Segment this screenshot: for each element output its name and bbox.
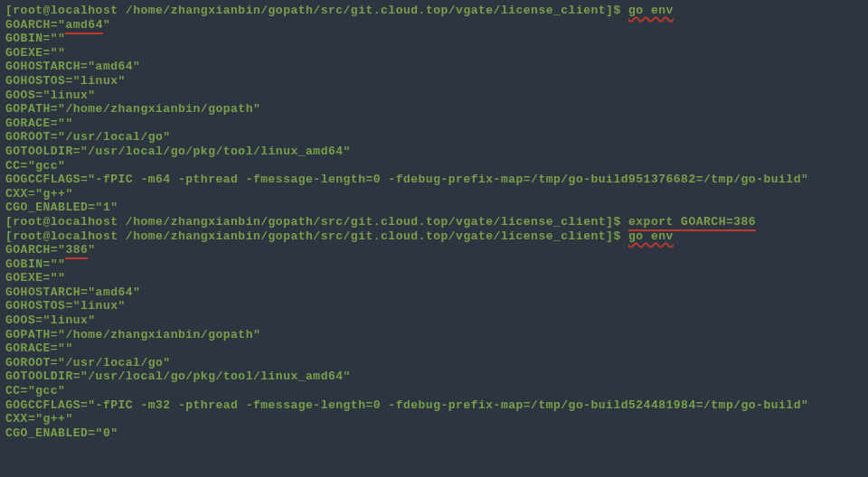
env-goroot-1: GOROOT="/usr/local/go" <box>5 130 863 145</box>
env-gohostarch-2: GOHOSTARCH="amd64" <box>5 285 863 300</box>
env-gogccflags-1: GOGCCFLAGS="-fPIC -m64 -pthread -fmessag… <box>5 173 863 187</box>
prompt-path: /home/zhangxianbin/gopath/src/git.cloud.… <box>126 4 606 17</box>
env-cc-1: CC="gcc" <box>5 159 863 173</box>
env-gorace-1: GORACE="" <box>5 117 863 131</box>
prompt-line-2[interactable]: [root@localhost /home/zhangxianbin/gopat… <box>5 215 863 229</box>
prompt-end: ]$ <box>606 215 628 229</box>
goarch-value-amd64: amd64 <box>65 18 103 34</box>
env-cxx-1: CXX="g++" <box>5 187 863 201</box>
env-gopath-1: GOPATH="/home/zhangxianbin/gopath" <box>5 102 863 117</box>
prompt-line-1[interactable]: [root@localhost /home/zhangxianbin/gopat… <box>5 4 863 18</box>
cmd-go-env-1: go env <box>628 4 674 17</box>
env-goroot-2: GOROOT="/usr/local/go" <box>5 356 863 370</box>
env-goos-1: GOOS="linux" <box>5 89 863 103</box>
env-gohostarch-1: GOHOSTARCH="amd64" <box>5 60 863 74</box>
prompt-end: ]$ <box>606 229 628 243</box>
goarch-value-386: 386 <box>65 243 88 259</box>
env-goexe-2: GOEXE="" <box>5 271 863 285</box>
env-gotooldir-1: GOTOOLDIR="/usr/local/go/pkg/tool/linux_… <box>5 145 863 159</box>
cmd-go-env-2: go env <box>628 229 674 243</box>
env-gorace-2: GORACE="" <box>5 341 863 356</box>
terminal-output: [root@localhost /home/zhangxianbin/gopat… <box>5 4 863 440</box>
env-cgoenabled-1: CGO_ENABLED="1" <box>5 201 863 215</box>
env-gogccflags-2: GOGCCFLAGS="-fPIC -m32 -pthread -fmessag… <box>5 398 863 413</box>
env-gobin-1: GOBIN="" <box>5 32 863 46</box>
env-gohostos-1: GOHOSTOS="linux" <box>5 74 863 89</box>
env-gobin-2: GOBIN="" <box>5 257 863 272</box>
prompt-end: ]$ <box>606 4 628 17</box>
env-gohostos-2: GOHOSTOS="linux" <box>5 299 863 313</box>
prompt-userhost: [root@localhost <box>5 229 126 243</box>
env-goarch-2: GOARCH="386" <box>5 243 863 257</box>
prompt-userhost: [root@localhost <box>5 215 126 229</box>
env-cgoenabled-2: CGO_ENABLED="0" <box>5 426 863 441</box>
env-cc-2: CC="gcc" <box>5 384 863 398</box>
env-gopath-2: GOPATH="/home/zhangxianbin/gopath" <box>5 328 863 342</box>
env-gotooldir-2: GOTOOLDIR="/usr/local/go/pkg/tool/linux_… <box>5 369 863 384</box>
prompt-path: /home/zhangxianbin/gopath/src/git.cloud.… <box>126 229 606 243</box>
prompt-path: /home/zhangxianbin/gopath/src/git.cloud.… <box>126 215 606 229</box>
env-goexe-1: GOEXE="" <box>5 46 863 61</box>
env-cxx-2: CXX="g++" <box>5 412 863 426</box>
prompt-userhost: [root@localhost <box>5 4 126 17</box>
env-goos-2: GOOS="linux" <box>5 313 863 328</box>
env-goarch-1: GOARCH="amd64" <box>5 18 863 33</box>
